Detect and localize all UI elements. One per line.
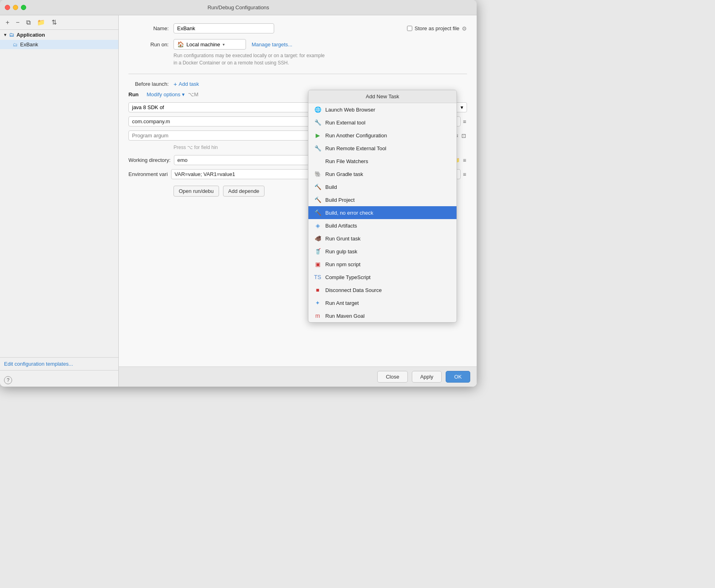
run-npm-label: Run npm script xyxy=(325,261,360,267)
popup-container: Add New Task 🌐 Launch Web Browser 🔧 Run … xyxy=(308,90,457,323)
popup-item-run-grunt[interactable]: 🐗 Run Grunt task xyxy=(308,232,457,245)
popup-item-build[interactable]: 🔨 Build xyxy=(308,180,457,193)
dialog-footer: Close Apply OK xyxy=(119,366,477,387)
popup-items-list: 🌐 Launch Web Browser 🔧 Run External tool… xyxy=(308,103,457,322)
run-file-watchers-label: Run File Watchers xyxy=(325,158,368,164)
apply-button[interactable]: Apply xyxy=(412,371,442,383)
folder-icon: 🗂 xyxy=(9,32,14,38)
build-no-error-label: Build, no error check xyxy=(325,210,373,216)
run-gulp-icon: 🥤 xyxy=(314,248,321,255)
popup-item-run-file-watchers[interactable]: Run File Watchers xyxy=(308,155,457,168)
env-vars-label: Environment vari xyxy=(128,171,168,177)
main-class-settings-icon[interactable]: ≡ xyxy=(462,118,467,126)
manage-targets-link[interactable]: Manage targets... xyxy=(252,41,292,48)
sdk-dropdown-arrow-icon: ▾ xyxy=(461,104,463,110)
sidebar-group-application: ▼ 🗂 Application 🗂 ExBank xyxy=(0,30,118,49)
help-icon: ? xyxy=(7,377,10,383)
add-dependency-button[interactable]: Add depende xyxy=(223,186,265,197)
program-args-expand-icon[interactable]: ⊡ xyxy=(461,132,467,140)
popup-header: Add New Task xyxy=(308,90,457,103)
popup-item-run-gulp[interactable]: 🥤 Run gulp task xyxy=(308,245,457,258)
modify-shortcut: ⌥M xyxy=(188,91,198,97)
sidebar-group-label: Application xyxy=(17,32,45,38)
move-config-button[interactable]: 📁 xyxy=(35,18,47,27)
modify-options-link[interactable]: Modify options ▾ ⌥M xyxy=(147,91,198,97)
name-label: Name: xyxy=(128,25,169,31)
popup-item-disconnect-ds[interactable]: ■ Disconnect Data Source xyxy=(308,284,457,296)
maximize-button[interactable] xyxy=(21,5,26,10)
copy-config-button[interactable]: ⧉ xyxy=(25,18,32,27)
run-grunt-label: Run Grunt task xyxy=(325,236,360,242)
working-dir-settings-icon[interactable]: ≡ xyxy=(462,156,467,164)
popup-item-run-external-tool[interactable]: 🔧 Run External tool xyxy=(308,116,457,129)
run-file-watchers-icon xyxy=(314,157,321,165)
right-panel: Name: Store as project file ⚙ Run on: 🏠 … xyxy=(119,15,477,387)
store-checkbox[interactable] xyxy=(407,26,412,31)
run-ant-label: Run Ant target xyxy=(325,300,359,306)
disconnect-ds-label: Disconnect Data Source xyxy=(325,287,382,293)
run-maven-icon: m xyxy=(314,312,321,319)
title-bar: Run/Debug Configurations xyxy=(0,0,477,15)
minimize-button[interactable] xyxy=(13,5,18,10)
popup-item-build-project[interactable]: 🔨 Build Project xyxy=(308,193,457,206)
local-machine-dropdown[interactable]: 🏠 Local machine ▾ xyxy=(174,39,246,50)
sidebar-group-header[interactable]: ▼ 🗂 Application xyxy=(0,30,118,40)
run-maven-label: Run Maven Goal xyxy=(325,313,365,319)
add-task-link[interactable]: + Add task xyxy=(174,81,199,87)
sdk-label: java 8 SDK of xyxy=(132,104,164,110)
run-external-tool-icon: 🔧 xyxy=(314,119,321,126)
popup-item-launch-web-browser[interactable]: 🌐 Launch Web Browser xyxy=(308,103,457,116)
popup-item-compile-ts[interactable]: TS Compile TypeScript xyxy=(308,271,457,284)
popup-item-run-remote-external[interactable]: 🔧 Run Remote External Tool xyxy=(308,142,457,155)
add-config-button[interactable]: + xyxy=(4,18,11,27)
run-external-tool-label: Run External tool xyxy=(325,120,366,126)
compile-ts-icon: TS xyxy=(314,273,321,281)
run-on-row: Run on: 🏠 Local machine ▾ Manage targets… xyxy=(128,39,467,50)
config-icon: 🗂 xyxy=(13,42,18,48)
gear-icon[interactable]: ⚙ xyxy=(462,25,467,32)
popup-item-run-ant[interactable]: ✦ Run Ant target xyxy=(308,296,457,309)
run-remote-external-icon: 🔧 xyxy=(314,145,321,152)
window-title: Run/Debug Configurations xyxy=(207,4,269,10)
run-gradle-icon: 🐘 xyxy=(314,170,321,178)
modify-chevron-icon: ▾ xyxy=(182,91,185,97)
sidebar-items: ▼ 🗂 Application 🗂 ExBank xyxy=(0,30,118,357)
popup-item-build-no-error[interactable]: 🔨 Build, no error check xyxy=(308,206,457,219)
popup-item-build-artifacts[interactable]: ◈ Build Artifacts xyxy=(308,219,457,232)
run-grunt-icon: 🐗 xyxy=(314,235,321,242)
name-input[interactable] xyxy=(174,23,274,33)
store-checkbox-area: Store as project file ⚙ xyxy=(407,25,467,32)
build-artifacts-label: Build Artifacts xyxy=(325,223,357,229)
run-section-title: Run xyxy=(128,91,138,97)
env-vars-settings-icon[interactable]: ≡ xyxy=(462,170,467,178)
traffic-lights xyxy=(5,5,26,10)
popup-item-run-npm[interactable]: ▣ Run npm script xyxy=(308,258,457,271)
sidebar-item-exbank[interactable]: 🗂 ExBank xyxy=(0,40,118,49)
sidebar-toolbar: + − ⧉ 📁 ⇅ xyxy=(0,15,118,30)
sidebar-footer: Edit configuration templates... xyxy=(0,357,118,370)
store-label: Store as project file xyxy=(415,25,459,31)
run-another-config-icon: ▶ xyxy=(314,132,321,139)
launch-web-browser-icon: 🌐 xyxy=(314,106,321,113)
close-button[interactable]: Close xyxy=(377,371,407,383)
help-button[interactable]: ? xyxy=(4,376,12,384)
add-new-task-menu: Add New Task 🌐 Launch Web Browser 🔧 Run … xyxy=(308,90,457,323)
dropdown-arrow-icon: ▾ xyxy=(223,42,225,47)
add-task-label: Add task xyxy=(179,81,199,87)
build-label: Build xyxy=(325,184,337,190)
remove-config-button[interactable]: − xyxy=(14,18,21,27)
edit-templates-link[interactable]: Edit configuration templates... xyxy=(4,361,73,367)
sidebar-item-label: ExBank xyxy=(20,41,38,48)
name-row: Name: Store as project file ⚙ xyxy=(128,23,467,33)
plus-icon: + xyxy=(174,81,177,87)
run-ant-icon: ✦ xyxy=(314,299,321,306)
popup-item-run-maven[interactable]: m Run Maven Goal xyxy=(308,309,457,322)
close-button[interactable] xyxy=(5,5,10,10)
open-run-button[interactable]: Open run/debu xyxy=(174,186,219,197)
popup-item-run-gradle[interactable]: 🐘 Run Gradle task xyxy=(308,168,457,180)
popup-item-run-another-config[interactable]: ▶ Run Another Configuration xyxy=(308,129,457,142)
run-gradle-label: Run Gradle task xyxy=(325,171,363,177)
disconnect-ds-icon: ■ xyxy=(314,286,321,294)
sort-config-button[interactable]: ⇅ xyxy=(50,18,58,27)
ok-button[interactable]: OK xyxy=(446,371,470,383)
